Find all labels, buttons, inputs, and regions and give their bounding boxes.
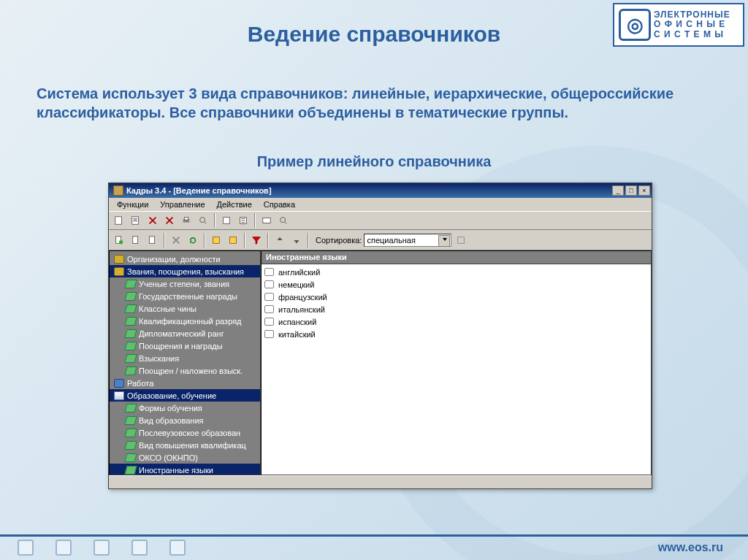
- tree-item-label: Дипломатический ранг: [139, 329, 224, 338]
- toolbar-secondary: Сортировка: специальная: [109, 230, 652, 250]
- list-item-label: немецкий: [278, 280, 314, 289]
- list-item[interactable]: немецкий: [264, 278, 648, 291]
- toolbar-button[interactable]: [226, 233, 240, 248]
- footer-icon: [56, 540, 72, 556]
- tree-item[interactable]: Взыскания: [110, 352, 260, 364]
- svg-point-8: [280, 218, 286, 223]
- list-item[interactable]: испанский: [264, 315, 648, 328]
- preview-button[interactable]: [196, 213, 210, 228]
- new-button[interactable]: [112, 233, 126, 248]
- close-button[interactable]: ×: [638, 185, 650, 196]
- content-panel: Иностранные языки английскийнемецкийфран…: [261, 250, 652, 475]
- tree-panel[interactable]: Организации, должностиЗвания, поощрения,…: [109, 250, 261, 475]
- tag-icon: [124, 280, 137, 288]
- tree-item[interactable]: Поощрения и награды: [110, 340, 260, 352]
- toolbar-button[interactable]: [112, 213, 126, 228]
- tree-item[interactable]: Вид образования: [110, 414, 260, 426]
- filter-button[interactable]: [249, 233, 264, 248]
- svg-point-4: [200, 218, 205, 223]
- tag-icon: [124, 329, 137, 338]
- tree-item-label: Государственные награды: [139, 292, 237, 301]
- statusbar: [109, 475, 652, 488]
- tree-item-label: ОКСО (ОКНПО): [139, 453, 198, 462]
- tag-icon: [124, 354, 137, 363]
- tree-item-label: Организации, должности: [127, 255, 221, 264]
- tag-icon: [124, 429, 137, 437]
- tag-icon: [124, 304, 137, 313]
- tree-item[interactable]: Государственные награды: [110, 290, 260, 302]
- tree-item[interactable]: Поощрен / наложено взыск.: [110, 364, 260, 377]
- menu-functions[interactable]: Функции: [112, 199, 153, 210]
- tree-item[interactable]: Иностранные языки: [110, 464, 260, 475]
- tree-item[interactable]: Послевузовское образован: [110, 426, 260, 439]
- content-list[interactable]: английскийнемецкийфранцузскийитальянский…: [262, 264, 651, 475]
- toolbar-button[interactable]: [162, 213, 177, 228]
- toolbar-separator: [254, 213, 256, 228]
- footer-icon: [131, 540, 148, 556]
- tag-icon: [124, 342, 137, 350]
- list-item[interactable]: французский: [264, 291, 648, 303]
- svg-rect-13: [213, 237, 220, 243]
- tree-item[interactable]: Классные чины: [110, 302, 260, 315]
- app-window: Кадры 3.4 - [Ведение справочников] _ □ ×…: [108, 183, 652, 489]
- list-item-label: испанский: [278, 318, 316, 326]
- toolbar-button[interactable]: [219, 213, 234, 228]
- tree-item[interactable]: Ученые степени, звания: [110, 277, 260, 290]
- tree-item[interactable]: Квалификационный разряд: [110, 315, 260, 327]
- tree-item[interactable]: Работа: [110, 377, 260, 389]
- list-item[interactable]: китайский: [264, 328, 648, 340]
- move-up-button[interactable]: [272, 233, 287, 248]
- menu-management[interactable]: Управление: [155, 199, 210, 210]
- list-item[interactable]: английский: [264, 266, 648, 278]
- toolbar-main: [109, 211, 652, 230]
- tree-item-label: Взыскания: [139, 354, 179, 363]
- maximize-button[interactable]: □: [625, 185, 637, 196]
- svg-rect-15: [458, 237, 465, 243]
- key-icon: [114, 267, 124, 276]
- tree-item[interactable]: Вид повышения квалификац: [110, 439, 260, 451]
- svg-rect-3: [184, 218, 188, 220]
- tree-item-label: Образование, обучение: [127, 391, 216, 400]
- toolbar-button[interactable]: [145, 213, 160, 228]
- tree-item[interactable]: Образование, обучение: [110, 389, 260, 402]
- svg-point-10: [119, 240, 123, 244]
- chevron-down-icon: [443, 238, 447, 241]
- item-icon: [264, 305, 274, 313]
- tree-item[interactable]: Формы обучения: [110, 402, 260, 414]
- print-button[interactable]: [179, 213, 194, 228]
- toolbar-button[interactable]: [454, 233, 468, 248]
- edit-button[interactable]: [129, 233, 143, 248]
- tree-item[interactable]: Дипломатический ранг: [110, 327, 260, 340]
- menu-help[interactable]: Справка: [259, 199, 300, 210]
- titlebar[interactable]: Кадры 3.4 - [Ведение справочников] _ □ ×: [109, 183, 652, 198]
- search-button[interactable]: [276, 213, 291, 228]
- menu-action[interactable]: Действие: [212, 199, 257, 210]
- tree-item[interactable]: Звания, поощрения, взыскания: [110, 265, 260, 277]
- toolbar-separator: [267, 233, 269, 248]
- svg-rect-12: [150, 236, 155, 243]
- tree-item[interactable]: Организации, должности: [110, 253, 260, 265]
- toolbar-button[interactable]: [129, 213, 143, 228]
- footer-icon: [94, 540, 110, 556]
- tag-icon: [124, 416, 137, 425]
- footer-icon-row: [18, 540, 186, 556]
- minimize-button[interactable]: _: [612, 185, 624, 196]
- sort-dropdown[interactable]: специальная: [364, 234, 451, 247]
- toolbar-button[interactable]: [209, 233, 224, 248]
- move-down-button[interactable]: [289, 233, 304, 248]
- toolbar-button[interactable]: [259, 213, 274, 228]
- delete-button[interactable]: [169, 233, 183, 248]
- list-item-label: китайский: [278, 330, 316, 339]
- tree-item[interactable]: ОКСО (ОКНПО): [110, 451, 260, 464]
- refresh-button[interactable]: [186, 233, 200, 248]
- slide-description: Система использует 3 вида справочников: …: [37, 84, 709, 122]
- toolbar-button[interactable]: [145, 233, 160, 248]
- tree-item-label: Вид повышения квалификац: [139, 441, 246, 450]
- doc-icon: [114, 391, 124, 400]
- svg-rect-7: [263, 218, 271, 223]
- list-item-label: французский: [278, 293, 327, 302]
- tag-icon: [124, 441, 137, 450]
- list-item[interactable]: итальянский: [264, 303, 648, 315]
- tree-item-label: Послевузовское образован: [139, 429, 240, 437]
- toolbar-button[interactable]: [236, 213, 251, 228]
